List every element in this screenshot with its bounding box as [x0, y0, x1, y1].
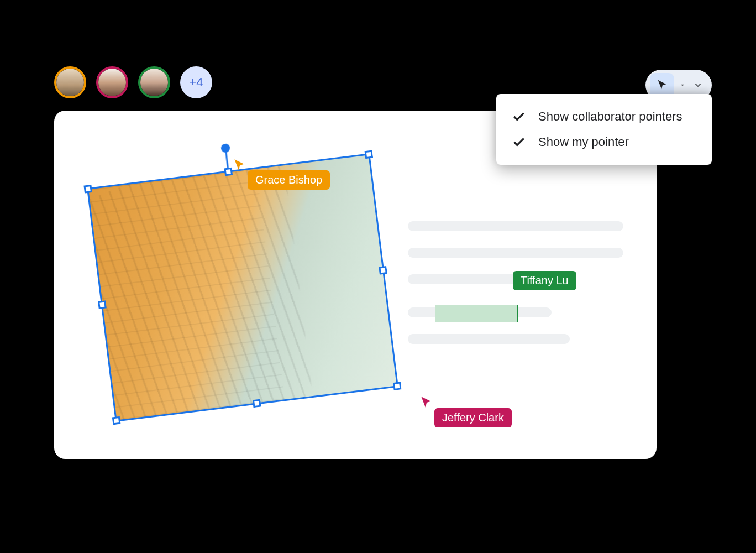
- collaborator-label-grace: Grace Bishop: [248, 170, 330, 190]
- caret-down-icon: [679, 81, 686, 89]
- resize-handle-br[interactable]: [393, 382, 402, 390]
- resize-handle-tl[interactable]: [83, 185, 92, 194]
- dropdown-item-show-my-pointer[interactable]: Show my pointer: [496, 129, 712, 155]
- rotation-handle[interactable]: [221, 143, 230, 153]
- resize-handle-tm[interactable]: [224, 168, 233, 176]
- avatar-1[interactable]: [54, 66, 86, 98]
- collaborator-label-jeffery: Jeffery Clark: [434, 408, 512, 427]
- collaborator-avatars: +4: [54, 66, 212, 98]
- pointer-dropdown-menu: Show collaborator pointers Show my point…: [496, 94, 712, 165]
- cursor-icon: [419, 395, 433, 410]
- text-line-selected: [408, 307, 552, 317]
- resize-handle-bm[interactable]: [253, 399, 261, 408]
- text-selection: [435, 305, 518, 322]
- avatar-overflow-count[interactable]: +4: [180, 66, 212, 98]
- collaborator-label-tiffany: Tiffany Lu: [513, 271, 576, 290]
- text-line: [408, 221, 623, 231]
- text-line: [408, 248, 623, 258]
- text-line: [408, 274, 520, 284]
- chevron-down-icon: [693, 80, 703, 90]
- resize-handle-ml[interactable]: [98, 300, 107, 309]
- avatar-2[interactable]: [96, 66, 128, 98]
- cursor-icon: [232, 158, 246, 173]
- text-line: [408, 334, 570, 344]
- check-icon: [512, 135, 526, 149]
- pointer-icon: [656, 79, 668, 91]
- resize-handle-mr[interactable]: [379, 266, 387, 275]
- selected-image[interactable]: [88, 155, 396, 420]
- text-block: [408, 221, 623, 361]
- photo-content: [88, 155, 396, 420]
- dropdown-item-show-collab-pointers[interactable]: Show collaborator pointers: [496, 104, 712, 129]
- dropdown-item-label: Show my pointer: [538, 135, 629, 149]
- dropdown-item-label: Show collaborator pointers: [538, 109, 682, 124]
- check-icon: [512, 109, 526, 124]
- resize-handle-bl[interactable]: [112, 416, 121, 425]
- resize-handle-tr[interactable]: [365, 150, 374, 159]
- avatar-3[interactable]: [138, 66, 170, 98]
